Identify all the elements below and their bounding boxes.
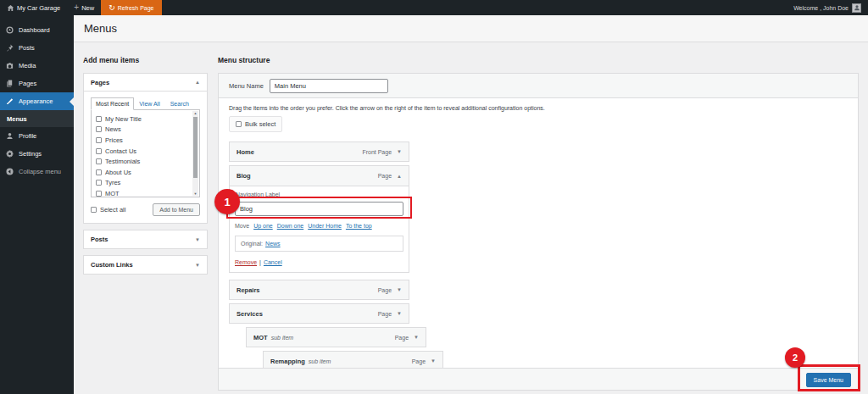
cancel-link[interactable]: Cancel	[264, 259, 282, 265]
sidebar-item-settings[interactable]: Settings	[0, 145, 74, 163]
pages-tabs: Most Recent View All Search	[91, 97, 200, 109]
page-title: Menus	[84, 22, 117, 35]
tab-search[interactable]: Search	[165, 98, 194, 109]
chevron-up-icon[interactable]: ▲	[397, 174, 402, 179]
menu-item-title: Blog	[236, 172, 251, 180]
menu-item-blog[interactable]: Blog Page ▲	[230, 166, 409, 186]
user-icon	[6, 132, 14, 140]
collapse-icon	[6, 168, 14, 175]
custom-links-panel-header[interactable]: Custom Links ▼	[84, 256, 207, 274]
checkbox[interactable]	[96, 158, 102, 164]
refresh-page-button[interactable]: ↻ Refresh Page	[101, 0, 161, 15]
admin-bar: My Car Garage + New ↻ Refresh Page Welco…	[0, 0, 868, 15]
menu-name-input[interactable]	[270, 79, 388, 93]
chevron-down-icon[interactable]: ▼	[397, 311, 402, 316]
page-item-label: My New Title	[105, 115, 142, 123]
menu-item-mot[interactable]: MOTsub item Page ▼	[246, 327, 426, 347]
checkbox[interactable]	[96, 126, 102, 132]
drag-hint-text: Drag the items into the order you prefer…	[229, 105, 848, 111]
move-to-top-link[interactable]: To the top	[346, 223, 372, 229]
submenu-label: Menus	[7, 115, 27, 123]
pages-panel-header[interactable]: Pages ▲	[84, 74, 207, 92]
menu-item-type: Page	[378, 311, 392, 317]
chevron-down-icon[interactable]: ▼	[397, 287, 402, 292]
checkbox[interactable]	[96, 169, 102, 175]
sidebar-label: Profile	[19, 132, 36, 140]
pages-icon	[6, 80, 14, 87]
sidebar-item-appearance[interactable]: Appearance	[0, 92, 74, 110]
page-checkbox-row[interactable]: Testimonials	[96, 156, 191, 167]
bulk-select-checkbox[interactable]	[236, 121, 242, 127]
page-checkbox-row[interactable]: Contact Us	[96, 146, 191, 157]
checkbox[interactable]	[96, 180, 102, 186]
checkbox[interactable]	[96, 116, 102, 122]
original-news-link[interactable]: News	[265, 241, 281, 247]
posts-panel: Posts ▼	[83, 230, 208, 249]
page-checkbox-row[interactable]: My New Title	[96, 114, 191, 125]
menu-actions-footer: Save Menu	[219, 368, 858, 391]
menu-item-home[interactable]: Home Front Page ▼	[229, 142, 409, 162]
posts-panel-header[interactable]: Posts ▼	[84, 230, 207, 248]
menu-item-services[interactable]: Services Page ▼	[229, 303, 409, 324]
sidebar-item-dashboard[interactable]: Dashboard	[0, 21, 74, 39]
sidebar-item-posts[interactable]: Posts	[0, 39, 74, 57]
home-icon	[7, 4, 14, 12]
page-item-label: Contact Us	[105, 147, 136, 155]
page-checkbox-row[interactable]: MOT	[96, 188, 191, 197]
scroll-up-icon[interactable]: ▲	[192, 111, 198, 115]
main-content: Menus Add menu items Pages ▲ Most Recent…	[74, 15, 868, 394]
person-icon	[854, 4, 860, 11]
chevron-down-icon[interactable]: ▼	[397, 149, 402, 154]
add-to-menu-button[interactable]: Add to Menu	[153, 203, 200, 216]
page-header: Menus	[74, 15, 868, 42]
page-checkbox-row[interactable]: News	[96, 125, 191, 136]
select-all-checkbox[interactable]	[91, 207, 97, 213]
move-up-one-link[interactable]: Up one	[253, 223, 273, 229]
user-avatar[interactable]	[852, 3, 861, 13]
menu-item-repairs[interactable]: Repairs Page ▼	[229, 280, 409, 300]
sidebar-item-media[interactable]: Media	[0, 57, 74, 75]
tab-most-recent[interactable]: Most Recent	[91, 97, 134, 110]
menu-item-type: Page	[412, 358, 426, 364]
menu-item-title: Remappingsub item	[270, 358, 331, 365]
checkbox[interactable]	[96, 148, 102, 154]
chevron-down-icon[interactable]: ▼	[431, 358, 436, 363]
menu-item-type: Page	[378, 173, 392, 179]
navigation-label: Navigation Label	[236, 191, 403, 197]
site-name-link[interactable]: My Car Garage	[0, 0, 67, 15]
page-checkbox-row[interactable]: About Us	[96, 167, 191, 178]
checkbox[interactable]	[96, 137, 102, 143]
chevron-down-icon[interactable]: ▼	[414, 335, 419, 340]
page-checkbox-row[interactable]: Prices	[96, 135, 191, 146]
welcome-text[interactable]: Welcome , John Doe	[793, 5, 849, 11]
sidebar-submenu-menus[interactable]: Menus	[0, 110, 74, 127]
tab-view-all[interactable]: View All	[134, 98, 164, 109]
bulk-select-control[interactable]: Bulk select	[229, 116, 282, 132]
new-content-button[interactable]: + New	[67, 0, 101, 15]
scrollbar[interactable]: ▲ ▼	[192, 111, 198, 196]
navigation-label-input[interactable]	[235, 202, 403, 216]
select-all-control[interactable]: Select all	[91, 206, 125, 214]
posts-panel-title: Posts	[91, 236, 108, 243]
page-checkbox-row[interactable]: Tyres	[96, 178, 191, 189]
page-item-label: Tyres	[105, 179, 120, 186]
sidebar-item-pages[interactable]: Pages	[0, 75, 74, 92]
menu-item-title: Home	[236, 148, 254, 156]
move-down-one-link[interactable]: Down one	[277, 223, 304, 229]
menu-structure-body: Drag the items into the order you prefer…	[219, 98, 858, 381]
remove-link[interactable]: Remove	[235, 259, 257, 265]
scroll-down-icon[interactable]: ▼	[192, 191, 198, 196]
scrollbar-thumb[interactable]	[193, 117, 198, 178]
sidebar-item-profile[interactable]: Profile	[0, 127, 74, 145]
pages-panel: Pages ▲ Most Recent View All Search My N…	[83, 73, 208, 224]
admin-sidebar: Dashboard Posts Media Pages Appearance M…	[0, 15, 74, 394]
save-menu-button[interactable]: Save Menu	[806, 373, 851, 387]
menu-item-type: Page	[378, 287, 392, 293]
checkbox[interactable]	[96, 191, 102, 197]
menu-item-title: MOTsub item	[253, 334, 293, 341]
sidebar-label: Pages	[19, 80, 36, 87]
new-label: New	[81, 4, 94, 12]
move-under-home-link[interactable]: Under Home	[308, 223, 342, 229]
sidebar-item-collapse-menu[interactable]: Collapse menu	[0, 163, 74, 180]
sidebar-label: Media	[19, 62, 36, 69]
